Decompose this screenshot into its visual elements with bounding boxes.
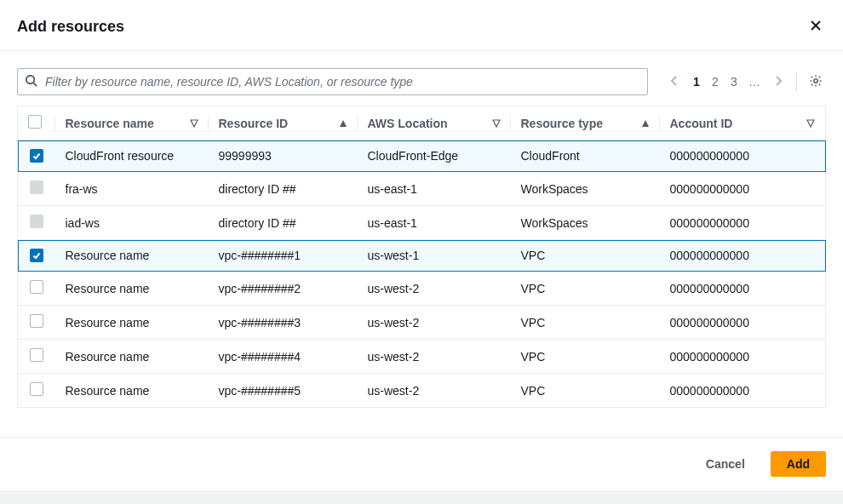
filter-icon[interactable] (190, 119, 198, 128)
cell-name: CloudFront resource (55, 140, 209, 172)
svg-marker-6 (340, 120, 347, 127)
resources-table: Resource name Resource ID (17, 106, 826, 408)
pager-page-3[interactable]: 3 (725, 72, 743, 92)
svg-marker-8 (642, 120, 649, 127)
close-button[interactable] (806, 15, 826, 38)
cell-id: directory ID ## (209, 206, 358, 240)
svg-marker-7 (493, 120, 500, 127)
cell-location: us-west-1 (358, 240, 511, 272)
row-checkbox[interactable] (30, 348, 43, 362)
toolbar: 123… (17, 68, 826, 95)
cell-id: 99999993 (209, 140, 358, 172)
table-row[interactable]: Resource namevpc-########4us-west-2VPC00… (18, 340, 826, 374)
cell-name: Resource name (55, 374, 209, 408)
separator (796, 72, 797, 91)
cell-location: us-west-2 (358, 374, 511, 408)
chevron-left-icon (670, 76, 679, 89)
search-wrap (17, 68, 648, 95)
table-row[interactable]: iad-wsdirectory ID ##us-east-1WorkSpaces… (18, 206, 826, 240)
cell-account: 000000000000 (660, 206, 826, 240)
svg-marker-9 (807, 120, 814, 127)
cancel-button[interactable]: Cancel (691, 452, 760, 476)
cell-account: 000000000000 (660, 140, 826, 172)
cell-account: 000000000000 (660, 306, 826, 340)
search-input[interactable] (17, 68, 648, 95)
modal-body: 123… (0, 51, 843, 437)
pager-prev[interactable] (665, 72, 684, 93)
add-button[interactable]: Add (771, 451, 826, 477)
cell-type: VPC (511, 240, 660, 272)
row-checkbox[interactable] (30, 249, 43, 262)
pager: 123… (665, 71, 826, 94)
row-checkbox (30, 180, 43, 194)
table-row[interactable]: Resource namevpc-########2us-west-2VPC00… (18, 272, 826, 306)
table-row[interactable]: Resource namevpc-########5us-west-2VPC00… (18, 374, 826, 408)
cell-id: vpc-########1 (209, 240, 358, 272)
cell-name: Resource name (55, 340, 209, 374)
cell-id: vpc-########5 (209, 374, 358, 408)
col-id-label[interactable]: Resource ID (219, 117, 289, 130)
cell-name: fra-ws (55, 172, 209, 206)
cell-account: 000000000000 (660, 272, 826, 306)
close-icon (809, 22, 823, 35)
cell-type: WorkSpaces (511, 206, 660, 240)
cell-id: vpc-########4 (209, 340, 358, 374)
cell-type: VPC (511, 306, 660, 340)
cell-name: Resource name (55, 240, 209, 272)
add-resources-modal: Add resources (0, 0, 843, 490)
cell-name: iad-ws (55, 206, 209, 240)
col-location-label[interactable]: AWS Location (368, 117, 448, 130)
settings-button[interactable] (806, 71, 826, 94)
svg-marker-5 (191, 120, 198, 127)
chevron-right-icon (774, 76, 783, 89)
cell-account: 000000000000 (660, 340, 826, 374)
cell-type: WorkSpaces (511, 172, 660, 206)
col-type-label[interactable]: Resource type (521, 117, 603, 130)
row-checkbox[interactable] (30, 280, 43, 294)
gear-icon (809, 77, 823, 90)
table-row[interactable]: Resource namevpc-########1us-west-1VPC00… (18, 240, 826, 272)
col-account-label[interactable]: Account ID (670, 117, 733, 130)
pager-next[interactable] (769, 72, 788, 93)
select-all-checkbox[interactable] (28, 115, 42, 129)
cell-location: us-east-1 (358, 206, 511, 240)
pager-page-1[interactable]: 1 (687, 72, 706, 92)
table-row[interactable]: Resource namevpc-########3us-west-2VPC00… (18, 306, 826, 340)
cell-account: 000000000000 (660, 374, 826, 408)
cell-account: 000000000000 (660, 240, 826, 272)
cell-type: VPC (511, 374, 660, 408)
cell-location: us-west-2 (358, 340, 511, 374)
row-checkbox[interactable] (30, 382, 43, 396)
sort-asc-icon[interactable] (339, 119, 347, 128)
modal-title: Add resources (17, 18, 124, 36)
col-name-label[interactable]: Resource name (66, 117, 154, 130)
cell-location: us-east-1 (358, 172, 511, 206)
cell-type: CloudFront (511, 140, 660, 172)
table-header-row: Resource name Resource ID (18, 106, 826, 140)
modal-footer: Cancel Add (0, 437, 843, 490)
modal-header: Add resources (0, 0, 843, 51)
filter-icon[interactable] (806, 119, 815, 128)
table-row[interactable]: CloudFront resource99999993CloudFront-Ed… (18, 140, 826, 172)
cell-id: vpc-########2 (209, 272, 358, 306)
pager-page-2[interactable]: 2 (706, 72, 725, 92)
cell-location: us-west-2 (358, 272, 511, 306)
table-row[interactable]: fra-wsdirectory ID ##us-east-1WorkSpaces… (18, 172, 826, 206)
cell-id: directory ID ## (209, 172, 358, 206)
cell-account: 000000000000 (660, 172, 826, 206)
cell-name: Resource name (55, 306, 209, 340)
row-checkbox (30, 215, 43, 228)
cell-location: us-west-2 (358, 306, 511, 340)
svg-point-4 (814, 78, 817, 82)
cell-location: CloudFront-Edge (358, 140, 511, 172)
row-checkbox[interactable] (30, 149, 43, 163)
filter-icon[interactable] (492, 119, 501, 128)
pager-page-…: … (743, 72, 766, 92)
cell-id: vpc-########3 (209, 306, 358, 340)
sort-asc-icon[interactable] (641, 119, 650, 128)
cell-name: Resource name (55, 272, 209, 306)
cell-type: VPC (511, 340, 660, 374)
row-checkbox[interactable] (30, 314, 43, 328)
cell-type: VPC (511, 272, 660, 306)
